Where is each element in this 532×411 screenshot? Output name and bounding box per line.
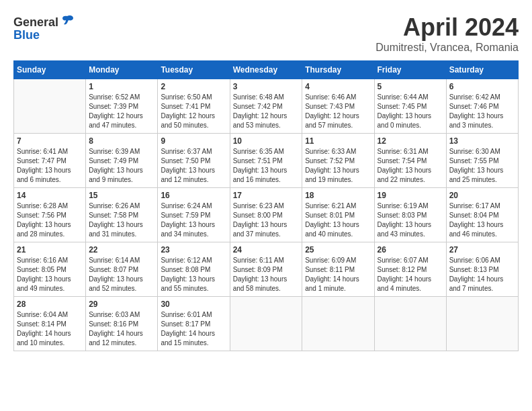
logo: General Blue [13,13,75,42]
day-info: Sunrise: 6:31 AM Sunset: 7:54 PM Dayligh… [378,147,443,185]
header: General Blue April 2024 Dumitresti, Vran… [13,13,519,54]
calendar-cell [446,297,518,351]
day-number: 22 [89,245,154,255]
day-number: 24 [233,245,300,255]
calendar-cell: 28Sunrise: 6:04 AM Sunset: 8:14 PM Dayli… [14,297,86,351]
day-info: Sunrise: 6:42 AM Sunset: 7:46 PM Dayligh… [449,93,515,130]
day-number: 15 [89,191,154,200]
calendar-week-row: 7Sunrise: 6:41 AM Sunset: 7:47 PM Daylig… [14,134,519,188]
day-of-week-header: Monday [86,61,158,79]
month-title: April 2024 [375,13,519,42]
day-number: 8 [89,136,154,146]
day-number: 17 [233,191,300,200]
day-number: 6 [449,82,515,91]
day-info: Sunrise: 6:24 AM Sunset: 7:59 PM Dayligh… [161,201,226,239]
day-info: Sunrise: 6:21 AM Sunset: 8:01 PM Dayligh… [305,201,371,239]
day-number: 25 [305,245,371,255]
calendar-cell: 5Sunrise: 6:44 AM Sunset: 7:45 PM Daylig… [374,79,446,134]
day-info: Sunrise: 6:11 AM Sunset: 8:09 PM Dayligh… [233,256,300,293]
calendar-cell: 19Sunrise: 6:19 AM Sunset: 8:03 PM Dayli… [374,188,446,242]
calendar-cell: 9Sunrise: 6:37 AM Sunset: 7:50 PM Daylig… [158,134,230,188]
calendar-cell: 4Sunrise: 6:46 AM Sunset: 7:43 PM Daylig… [302,79,374,134]
calendar-cell: 17Sunrise: 6:23 AM Sunset: 8:00 PM Dayli… [230,188,302,242]
day-of-week-header: Wednesday [230,61,302,79]
day-info: Sunrise: 6:01 AM Sunset: 8:17 PM Dayligh… [161,310,226,348]
day-info: Sunrise: 6:28 AM Sunset: 7:56 PM Dayligh… [17,201,83,239]
day-number: 21 [17,245,83,255]
day-number: 7 [17,136,83,146]
day-info: Sunrise: 6:04 AM Sunset: 8:14 PM Dayligh… [17,310,83,348]
calendar-cell: 14Sunrise: 6:28 AM Sunset: 7:56 PM Dayli… [14,188,86,242]
day-info: Sunrise: 6:39 AM Sunset: 7:49 PM Dayligh… [89,147,154,185]
day-info: Sunrise: 6:06 AM Sunset: 8:13 PM Dayligh… [449,256,515,293]
day-number: 5 [378,82,443,91]
day-number: 29 [89,300,154,309]
day-info: Sunrise: 6:07 AM Sunset: 8:12 PM Dayligh… [378,256,443,293]
location-subtitle: Dumitresti, Vrancea, Romania [375,42,519,54]
day-info: Sunrise: 6:48 AM Sunset: 7:42 PM Dayligh… [233,93,300,130]
day-info: Sunrise: 6:12 AM Sunset: 8:08 PM Dayligh… [161,256,226,293]
day-number: 16 [161,191,226,200]
calendar-cell: 16Sunrise: 6:24 AM Sunset: 7:59 PM Dayli… [158,188,230,242]
calendar-week-row: 28Sunrise: 6:04 AM Sunset: 8:14 PM Dayli… [14,297,519,351]
day-number: 2 [161,82,226,91]
calendar-cell: 11Sunrise: 6:33 AM Sunset: 7:52 PM Dayli… [302,134,374,188]
logo-bird-icon [60,13,75,28]
calendar-header-row: SundayMondayTuesdayWednesdayThursdayFrid… [14,61,519,79]
day-info: Sunrise: 6:09 AM Sunset: 8:11 PM Dayligh… [305,256,371,293]
day-info: Sunrise: 6:50 AM Sunset: 7:41 PM Dayligh… [161,93,226,130]
day-number: 1 [89,82,154,91]
calendar-week-row: 1Sunrise: 6:52 AM Sunset: 7:39 PM Daylig… [14,79,519,134]
logo-blue-text: Blue [13,28,40,42]
calendar-cell: 6Sunrise: 6:42 AM Sunset: 7:46 PM Daylig… [446,79,518,134]
calendar-cell [14,79,86,134]
calendar-cell [230,297,302,351]
calendar-cell: 2Sunrise: 6:50 AM Sunset: 7:41 PM Daylig… [158,79,230,134]
day-number: 26 [378,245,443,255]
day-number: 23 [161,245,226,255]
day-number: 11 [305,136,371,146]
calendar-cell: 25Sunrise: 6:09 AM Sunset: 8:11 PM Dayli… [302,242,374,297]
day-of-week-header: Tuesday [158,61,230,79]
day-info: Sunrise: 6:33 AM Sunset: 7:52 PM Dayligh… [305,147,371,185]
day-number: 18 [305,191,371,200]
calendar-table: SundayMondayTuesdayWednesdayThursdayFrid… [13,60,519,351]
calendar-cell [374,297,446,351]
day-number: 9 [161,136,226,146]
day-info: Sunrise: 6:37 AM Sunset: 7:50 PM Dayligh… [161,147,226,185]
day-info: Sunrise: 6:35 AM Sunset: 7:51 PM Dayligh… [233,147,300,185]
calendar-cell: 30Sunrise: 6:01 AM Sunset: 8:17 PM Dayli… [158,297,230,351]
day-number: 10 [233,136,300,146]
calendar-cell: 23Sunrise: 6:12 AM Sunset: 8:08 PM Dayli… [158,242,230,297]
calendar-cell: 27Sunrise: 6:06 AM Sunset: 8:13 PM Dayli… [446,242,518,297]
day-number: 14 [17,191,83,200]
calendar-cell: 18Sunrise: 6:21 AM Sunset: 8:01 PM Dayli… [302,188,374,242]
calendar-cell: 7Sunrise: 6:41 AM Sunset: 7:47 PM Daylig… [14,134,86,188]
calendar-week-row: 14Sunrise: 6:28 AM Sunset: 7:56 PM Dayli… [14,188,519,242]
day-number: 12 [378,136,443,146]
day-info: Sunrise: 6:17 AM Sunset: 8:04 PM Dayligh… [449,201,515,239]
day-info: Sunrise: 6:03 AM Sunset: 8:16 PM Dayligh… [89,310,154,348]
day-info: Sunrise: 6:16 AM Sunset: 8:05 PM Dayligh… [17,256,83,293]
day-number: 4 [305,82,371,91]
title-section: April 2024 Dumitresti, Vrancea, Romania [375,13,519,54]
calendar-cell: 1Sunrise: 6:52 AM Sunset: 7:39 PM Daylig… [86,79,158,134]
day-info: Sunrise: 6:30 AM Sunset: 7:55 PM Dayligh… [449,147,515,185]
day-number: 3 [233,82,300,91]
calendar-cell: 13Sunrise: 6:30 AM Sunset: 7:55 PM Dayli… [446,134,518,188]
calendar-cell: 8Sunrise: 6:39 AM Sunset: 7:49 PM Daylig… [86,134,158,188]
calendar-week-row: 21Sunrise: 6:16 AM Sunset: 8:05 PM Dayli… [14,242,519,297]
day-info: Sunrise: 6:46 AM Sunset: 7:43 PM Dayligh… [305,93,371,130]
calendar-cell: 22Sunrise: 6:14 AM Sunset: 8:07 PM Dayli… [86,242,158,297]
day-of-week-header: Saturday [446,61,518,79]
calendar-cell: 29Sunrise: 6:03 AM Sunset: 8:16 PM Dayli… [86,297,158,351]
day-info: Sunrise: 6:19 AM Sunset: 8:03 PM Dayligh… [378,201,443,239]
logo-general-text: General [13,15,58,30]
calendar-cell: 21Sunrise: 6:16 AM Sunset: 8:05 PM Dayli… [14,242,86,297]
day-info: Sunrise: 6:52 AM Sunset: 7:39 PM Dayligh… [89,93,154,130]
day-info: Sunrise: 6:41 AM Sunset: 7:47 PM Dayligh… [17,147,83,185]
day-of-week-header: Sunday [14,61,86,79]
day-of-week-header: Friday [374,61,446,79]
calendar-cell: 26Sunrise: 6:07 AM Sunset: 8:12 PM Dayli… [374,242,446,297]
day-info: Sunrise: 6:14 AM Sunset: 8:07 PM Dayligh… [89,256,154,293]
